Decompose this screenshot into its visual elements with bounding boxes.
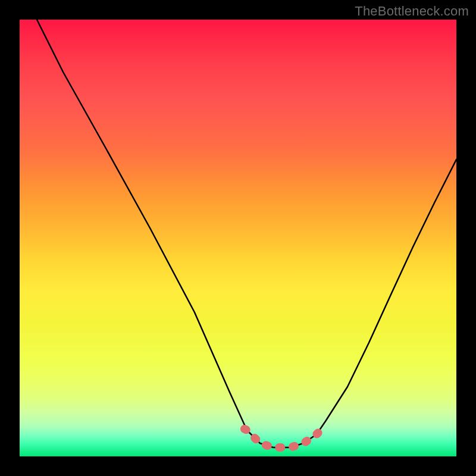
bottleneck-curve xyxy=(37,20,456,447)
optimal-range-marker xyxy=(245,429,318,447)
chart-svg xyxy=(20,20,456,456)
plot-area xyxy=(20,20,456,456)
attribution-label: TheBottleneck.com xyxy=(355,4,469,19)
chart-container: TheBottleneck.com xyxy=(0,0,476,476)
